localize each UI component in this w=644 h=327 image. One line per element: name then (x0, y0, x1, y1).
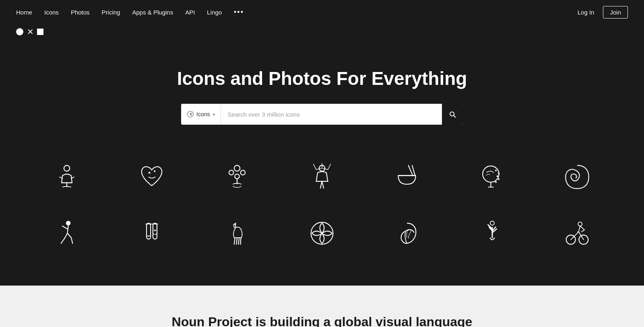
svg-point-47 (490, 221, 494, 225)
icon-leaf[interactable] (383, 213, 431, 253)
svg-point-6 (154, 170, 155, 172)
svg-line-30 (67, 226, 68, 233)
icon-cyclist[interactable] (553, 213, 601, 253)
logo-shapes: ✕ (0, 24, 644, 43)
icons-row-2 (24, 209, 620, 257)
svg-point-38 (154, 230, 156, 231)
icons-section (0, 141, 644, 286)
svg-line-15 (328, 164, 330, 170)
svg-point-10 (235, 174, 239, 179)
svg-line-35 (71, 238, 73, 243)
icon-meditation[interactable] (43, 157, 91, 197)
search-icon (448, 110, 456, 118)
svg-point-29 (66, 221, 71, 226)
search-button[interactable] (442, 104, 463, 125)
svg-point-1 (64, 165, 70, 171)
icon-digital-brain[interactable] (468, 157, 516, 197)
svg-point-21 (483, 166, 499, 182)
icon-flower-lungs[interactable] (213, 157, 261, 197)
svg-rect-23 (498, 173, 500, 174)
svg-line-43 (238, 238, 239, 245)
search-type-selector[interactable]: Icons ▾ (181, 104, 221, 125)
nav-pricing[interactable]: Pricing (102, 9, 120, 16)
icon-bowl-chopsticks[interactable] (383, 157, 431, 197)
search-bar: Icons ▾ (181, 104, 463, 125)
logo-x: ✕ (27, 28, 34, 35)
svg-line-16 (320, 181, 322, 189)
icon-spiral-shell[interactable] (553, 157, 601, 197)
icon-native-person[interactable] (298, 157, 346, 197)
hero-title: Icons and Photos For Everything (177, 68, 467, 89)
hero-section: Icons and Photos For Everything Icons ▾ (0, 43, 644, 141)
icon-knot-pattern[interactable] (298, 213, 346, 253)
svg-point-50 (578, 222, 582, 226)
svg-line-13 (313, 164, 316, 170)
search-type-icon (187, 111, 194, 118)
icon-dancer[interactable] (43, 213, 91, 253)
svg-point-45 (234, 224, 235, 225)
svg-line-44 (240, 238, 241, 245)
icons-row-1 (24, 153, 620, 201)
nav-left: Home Icons Photos Pricing Apps & Plugins… (16, 8, 244, 16)
nav-more[interactable]: ••• (234, 8, 244, 16)
bottom-section: Noun Project is building a global visual… (0, 286, 644, 327)
nav-icons[interactable]: Icons (44, 9, 59, 16)
svg-line-17 (322, 181, 324, 189)
svg-point-7 (234, 165, 239, 171)
icon-test-tubes[interactable] (128, 213, 176, 253)
nav-home[interactable]: Home (16, 9, 32, 16)
svg-line-31 (62, 226, 67, 229)
chevron-down-icon: ▾ (213, 112, 215, 117)
svg-line-41 (234, 238, 235, 245)
svg-line-20 (412, 165, 415, 175)
icon-heart-face[interactable] (128, 157, 176, 197)
svg-rect-25 (498, 179, 500, 180)
svg-point-9 (240, 170, 245, 175)
logo-square (37, 29, 43, 35)
svg-line-33 (67, 233, 71, 238)
search-input[interactable] (221, 104, 442, 125)
svg-line-32 (64, 233, 67, 239)
svg-line-42 (236, 238, 237, 245)
svg-rect-36 (147, 223, 151, 239)
svg-line-19 (409, 165, 413, 175)
nav-lingo[interactable]: Lingo (207, 9, 222, 16)
search-type-label: Icons (196, 111, 210, 117)
svg-rect-24 (497, 175, 498, 177)
nav-api[interactable]: API (185, 9, 195, 16)
bottom-title: Noun Project is building a global visual… (172, 314, 473, 327)
icon-waving-hands[interactable] (468, 213, 516, 253)
svg-rect-22 (495, 170, 497, 171)
svg-point-8 (229, 170, 233, 175)
nav-apps[interactable]: Apps & Plugins (132, 9, 173, 16)
navbar: Home Icons Photos Pricing Apps & Plugins… (0, 0, 644, 24)
nav-right: Log In Join (574, 6, 628, 19)
logo-circle (16, 28, 23, 35)
login-button[interactable]: Log In (574, 6, 599, 18)
join-button[interactable]: Join (603, 6, 628, 19)
icon-llama[interactable] (213, 213, 261, 253)
svg-line-34 (61, 239, 64, 243)
svg-rect-26 (495, 181, 497, 183)
nav-photos[interactable]: Photos (71, 9, 90, 16)
